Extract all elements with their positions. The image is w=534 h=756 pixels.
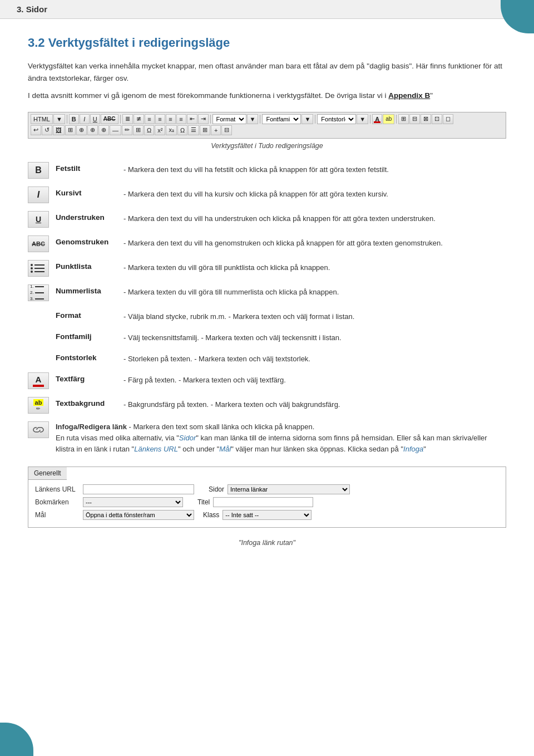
link-dialog: Generellt Länkens URL Sidor Interna länk…: [28, 467, 506, 528]
intro-paragraph-1: Verktygsfältet kan verka innehålla mycke…: [28, 60, 506, 84]
feature-row-kursivt: I Kursivt - Markera den text du vill ha …: [28, 186, 506, 203]
link-row-2: Bokmärken --- Titel: [35, 497, 499, 507]
interna-lankar-select[interactable]: Interna länkar: [228, 484, 350, 494]
tb-format-select[interactable]: Format: [212, 114, 246, 124]
feature-name-punktlista: Punktlista: [56, 260, 117, 271]
link-url-input[interactable]: [83, 484, 194, 494]
feature-row-link: Infoga/Redigera länk - Markera den text …: [28, 421, 506, 455]
tb-misc-5[interactable]: ◻: [443, 114, 453, 124]
tb-bold[interactable]: B: [69, 114, 79, 124]
toolbar-caption: Verktygsfältet i Tudo redigeringsläge: [28, 142, 506, 150]
tb-table[interactable]: ⊞: [65, 125, 76, 135]
top-bar: 3. Sidor: [0, 0, 534, 19]
feature-desc-fontstorlek: - Storleken på texten. - Markera texten …: [123, 351, 506, 365]
tb-list-ol[interactable]: ≢: [134, 114, 144, 124]
tb-textcolor-btn[interactable]: A: [372, 114, 382, 124]
feature-name-format: Format: [56, 309, 117, 320]
feature-row-fontstorlek: Fontstorlek - Storleken på texten. - Mar…: [28, 351, 506, 365]
mal-label: Mål: [35, 511, 80, 519]
link-row-3: Mål Öppna i detta fönster/ram Klass -- I…: [35, 510, 499, 520]
top-bar-label: 3. Sidor: [17, 4, 47, 14]
feature-desc-nummerlista: - Markera texten du vill göra till numme…: [123, 284, 506, 298]
link-dialog-tab: Generellt: [28, 467, 67, 480]
tb-misc-1[interactable]: ⊞: [398, 114, 409, 124]
feature-desc-link-block: Infoga/Redigera länk - Markera den text …: [56, 421, 506, 455]
tb-misc-4[interactable]: ⊡: [432, 114, 442, 124]
icon-numbered: 1. 2. 3.: [28, 284, 49, 301]
tb-sep-2: [120, 115, 121, 124]
tb-list-ul[interactable]: ≣: [122, 114, 133, 124]
toolbar-row-2: ↩ ↺ 🖼 ⊞ ⊕ ⊕ ⊕ — ✏ ⊞ Ω x² x₂ Ω ☰ ⊞ + ⊟: [31, 125, 503, 135]
tb-r2-5[interactable]: ⊕: [98, 125, 109, 135]
feature-name-textfarg: Textfärg: [56, 372, 117, 383]
tb-html[interactable]: HTML: [31, 114, 53, 124]
mal-select[interactable]: Öppna i detta fönster/ram: [83, 510, 194, 520]
tb-r2-3[interactable]: ⊕: [76, 125, 87, 135]
tb-align-justify[interactable]: ≡: [176, 114, 186, 124]
appendix-link[interactable]: Appendix B: [388, 91, 430, 100]
feature-name-nummerlista: Nummerlista: [56, 284, 117, 295]
feature-list: B Fetstilt - Markera den text du vill ha…: [28, 162, 506, 455]
feature-desc-kursivt: - Markera den text du vill ha kursiv och…: [123, 186, 506, 200]
icon-italic: I: [28, 186, 49, 203]
feature-row-nummerlista: 1. 2. 3. Nummerlista - Markera texten du…: [28, 284, 506, 301]
tb-sep-7: [396, 115, 397, 124]
tb-size-select[interactable]: Fontstorlek: [317, 114, 356, 124]
tb-r2-6[interactable]: —: [110, 125, 121, 135]
tb-r2-12[interactable]: Ω: [177, 125, 187, 135]
klass-select[interactable]: -- Inte satt --: [222, 510, 312, 520]
tb-r2-11[interactable]: x₂: [166, 125, 177, 135]
tb-font-select[interactable]: Fontfamilj: [262, 114, 301, 124]
feature-name-understruken: Understruken: [56, 211, 117, 222]
tb-r2-16[interactable]: ⊟: [221, 125, 232, 135]
tb-r2-13[interactable]: ☰: [188, 125, 199, 135]
feature-row-textbakgrund: ab ✏ Textbakgrund - Bakgrundsfärg på tex…: [28, 397, 506, 414]
tb-image[interactable]: 🖼: [53, 125, 65, 135]
tb-unlink[interactable]: ↺: [42, 125, 52, 135]
titel-label: Titel: [197, 498, 210, 506]
tb-r2-7[interactable]: ✏: [122, 125, 132, 135]
tb-align-left[interactable]: ≡: [145, 114, 155, 124]
tb-format-arrow[interactable]: ▼: [247, 114, 259, 124]
tb-r2-14[interactable]: ⊞: [200, 125, 210, 135]
toolbar-row-1: HTML ▼ B I U ABC ≣ ≢ ≡ ≡ ≡ ≡ ⇤ ⇥ Format …: [31, 114, 503, 124]
feature-desc-textfarg: - Färg på texten. - Markera texten och v…: [123, 372, 506, 386]
tb-link[interactable]: ↩: [31, 125, 41, 135]
tb-r2-15[interactable]: +: [211, 125, 221, 135]
feature-desc-link: Infoga/Redigera länk - Markera den text …: [56, 421, 506, 455]
tb-sep-4: [260, 115, 260, 124]
tb-r2-4[interactable]: ⊕: [87, 125, 98, 135]
tb-arrow[interactable]: ▼: [53, 114, 65, 124]
tb-align-right[interactable]: ≡: [166, 114, 176, 124]
page-title: 3.2 Verktygsfältet i redigeringsläge: [28, 36, 506, 50]
tb-size-arrow[interactable]: ▼: [357, 114, 368, 124]
tb-r2-9[interactable]: Ω: [144, 125, 154, 135]
dialog-caption: "Infoga länk rutan": [28, 539, 506, 547]
tb-strikethrough[interactable]: ABC: [101, 114, 118, 124]
feature-name-fontfamilj: Fontfamilj: [56, 330, 117, 341]
tb-misc-3[interactable]: ⊠: [421, 114, 431, 124]
feature-row-fetstilt: B Fetstilt - Markera den text du vill ha…: [28, 162, 506, 179]
tb-indent-in[interactable]: ⇥: [198, 114, 209, 124]
tb-r2-8[interactable]: ⊞: [133, 125, 144, 135]
titel-input[interactable]: [213, 497, 313, 507]
tb-bgcolor-btn[interactable]: ab: [383, 114, 394, 124]
tb-align-center[interactable]: ≡: [155, 114, 165, 124]
deco-circle-bottom: [0, 723, 33, 756]
toolbar-container: HTML ▼ B I U ABC ≣ ≢ ≡ ≡ ≡ ≡ ⇤ ⇥ Format …: [28, 112, 506, 139]
tb-indent-out[interactable]: ⇤: [187, 114, 197, 124]
tb-r2-10[interactable]: x²: [155, 125, 165, 135]
feature-name-fontstorlek: Fontstorlek: [56, 351, 117, 362]
tb-font-arrow[interactable]: ▼: [301, 114, 313, 124]
feature-name-textbakgrund: Textbakgrund: [56, 397, 117, 408]
bokmarken-select[interactable]: ---: [83, 497, 183, 507]
feature-name-fetstilt: Fetstilt: [56, 162, 117, 173]
tb-underline[interactable]: U: [90, 114, 100, 124]
icon-bold: B: [28, 162, 49, 179]
tb-sep-5: [315, 115, 315, 124]
link-url-label: Länkens URL: [35, 485, 80, 493]
tb-misc-2[interactable]: ⊟: [409, 114, 420, 124]
icon-strikethrough: ABC: [28, 235, 49, 252]
tb-italic[interactable]: I: [80, 114, 90, 124]
klass-label: Klass: [203, 511, 219, 519]
